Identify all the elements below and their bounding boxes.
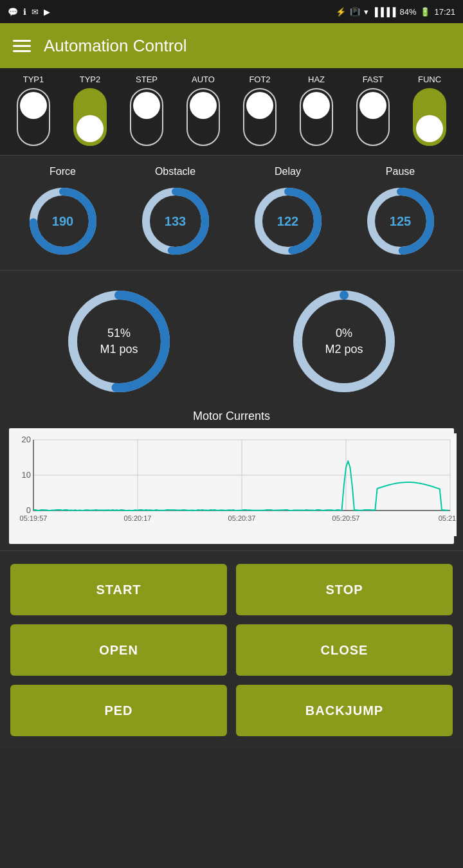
header: Automation Control (0, 23, 463, 68)
status-bar: 💬 ℹ ✉ ▶ ⚡ 📳 ▾ ▐▐▐▐ 84% 🔋 17:21 (0, 0, 463, 23)
vibrate-icon: 📳 (350, 7, 360, 17)
motor-gauge-container-1: 51%M1 pos (61, 284, 177, 399)
toggle-item-haz: HAZ (300, 75, 333, 146)
toggle-row: TYP1TYP2STEPAUTOFOT2HAZFASTFUNC (0, 75, 463, 146)
motor-item-1: 51%M1 pos (61, 284, 177, 399)
chart-section (9, 428, 454, 544)
toggle-switch-step[interactable] (130, 88, 163, 146)
toggle-item-typ2: TYP2 (73, 75, 107, 146)
clock: 17:21 (434, 7, 455, 17)
toggle-switch-fot2[interactable] (243, 88, 277, 146)
toggle-knob-typ2 (77, 115, 104, 142)
info-icon: ℹ (23, 7, 26, 17)
toggle-label-auto: AUTO (192, 75, 215, 84)
toggle-item-step: STEP (130, 75, 163, 146)
toggle-label-fast: FAST (363, 75, 384, 84)
toggle-item-typ1: TYP1 (17, 75, 50, 146)
motor-section: 51%M1 pos0%M2 pos Motor Currents (0, 271, 463, 551)
motor-item-2: 0%M2 pos (286, 284, 402, 399)
battery-icon: 🔋 (420, 7, 430, 17)
toggle-label-typ1: TYP1 (23, 75, 44, 84)
knob-label-obstacle: Obstacle (155, 166, 195, 177)
toggle-switch-fast[interactable] (356, 88, 390, 146)
knob-item-delay[interactable]: Delay122 (250, 166, 327, 260)
status-bar-apps: 💬 ℹ ✉ ▶ (8, 7, 50, 17)
toggle-label-typ2: TYP2 (80, 75, 101, 84)
motor-text-1: 51%M1 pos (100, 325, 138, 357)
motor-gauges: 51%M1 pos0%M2 pos (6, 284, 457, 399)
page-title: Automation Control (44, 36, 187, 56)
whatsapp-icon: 💬 (8, 7, 18, 17)
ped-button[interactable]: PED (10, 685, 227, 736)
toggle-item-fast: FAST (356, 75, 390, 146)
toggle-switch-haz[interactable] (300, 88, 333, 146)
knob-label-force: Force (50, 166, 76, 177)
toggle-switch-auto[interactable] (186, 88, 220, 146)
knob-container-force: 190 (24, 183, 102, 260)
menu-line-3 (13, 50, 31, 52)
wifi-icon: ▾ (364, 7, 368, 17)
knob-value-pause: 125 (390, 214, 411, 229)
toggle-knob-auto (190, 92, 217, 119)
toggle-switch-typ1[interactable] (17, 88, 50, 146)
menu-line-2 (13, 45, 31, 47)
toggle-label-func: FUNC (418, 75, 441, 84)
knob-label-pause: Pause (386, 166, 415, 177)
knob-value-delay: 122 (277, 214, 298, 229)
knob-item-force[interactable]: Force190 (24, 166, 102, 260)
motor-text-2: 0%M2 pos (325, 325, 363, 357)
toggle-switch-typ2[interactable] (73, 88, 107, 146)
toggle-switch-func[interactable] (413, 88, 446, 146)
menu-line-1 (13, 40, 31, 42)
toggle-knob-typ1 (20, 92, 47, 119)
start-button[interactable]: START (10, 564, 227, 615)
motor-currents-label: Motor Currents (6, 410, 457, 423)
toggle-knob-fast (359, 92, 386, 119)
mail-icon: ✉ (32, 7, 39, 17)
knob-container-delay: 122 (250, 183, 327, 260)
bluetooth-icon: ⚡ (336, 7, 346, 17)
knob-value-force: 190 (52, 214, 73, 229)
buttons-section: STARTSTOPOPENCLOSEPEDBACKJUMP (0, 551, 463, 749)
toggle-knob-func (416, 115, 443, 142)
toggle-label-fot2: FOT2 (249, 75, 270, 84)
stop-button[interactable]: STOP (236, 564, 453, 615)
toggle-item-fot2: FOT2 (243, 75, 277, 146)
toggle-section: TYP1TYP2STEPAUTOFOT2HAZFASTFUNC (0, 68, 463, 156)
toggle-item-auto: AUTO (186, 75, 220, 146)
battery-text: 84% (399, 7, 416, 17)
signal-icon: ▐▐▐▐ (372, 7, 396, 17)
toggle-label-step: STEP (136, 75, 158, 84)
motor-gauge-container-2: 0%M2 pos (286, 284, 402, 399)
motor-chart-canvas (14, 433, 457, 536)
toggle-knob-step (133, 92, 160, 119)
play-icon: ▶ (44, 7, 50, 17)
backjump-button[interactable]: BACKJUMP (236, 685, 453, 736)
toggle-knob-haz (303, 92, 330, 119)
knob-container-obstacle: 133 (137, 183, 214, 260)
open-button[interactable]: OPEN (10, 624, 227, 676)
toggle-knob-fot2 (246, 92, 273, 119)
toggle-item-func: FUNC (413, 75, 446, 146)
close-button[interactable]: CLOSE (236, 624, 453, 676)
knob-label-delay: Delay (275, 166, 301, 177)
knob-container-pause: 125 (362, 183, 439, 260)
knob-item-pause[interactable]: Pause125 (362, 166, 439, 260)
knob-section: Force190Obstacle133Delay122Pause125 (0, 156, 463, 271)
menu-button[interactable] (13, 40, 31, 52)
status-bar-right: ⚡ 📳 ▾ ▐▐▐▐ 84% 🔋 17:21 (336, 7, 455, 17)
toggle-label-haz: HAZ (308, 75, 325, 84)
knob-value-obstacle: 133 (165, 214, 186, 229)
knob-item-obstacle[interactable]: Obstacle133 (137, 166, 214, 260)
